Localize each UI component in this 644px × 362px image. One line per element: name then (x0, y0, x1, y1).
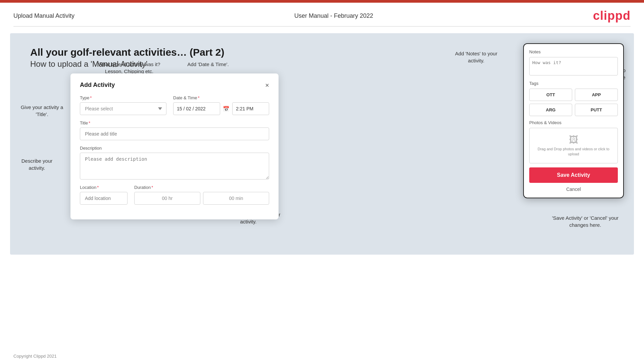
description-textarea[interactable] (80, 153, 269, 179)
annotation-description: Describe your activity. (17, 157, 57, 171)
tag-app[interactable]: APP (575, 89, 618, 101)
header-divider (13, 26, 631, 27)
tag-ott[interactable]: OTT (529, 89, 572, 101)
title-input[interactable] (80, 127, 269, 140)
calendar-icon[interactable]: 📅 (223, 106, 230, 112)
header-center: User Manual - February 2022 (294, 12, 373, 19)
duration-label: Duration* (134, 185, 269, 190)
add-activity-dialog: Add Activity × Type* Please select Date … (70, 73, 279, 219)
dialog-title: Add Activity (80, 82, 115, 89)
header: Upload Manual Activity User Manual - Feb… (0, 3, 644, 26)
type-label: Type* (80, 95, 166, 100)
main-content: All your golf-relevant activities… (Part… (10, 33, 634, 255)
annotation-datetime: Add 'Date & Time'. (175, 61, 242, 68)
type-datetime-row: Type* Please select Date & Time* 📅 (80, 95, 269, 115)
duration-hr-input[interactable] (134, 192, 200, 205)
photos-label: Photos & Videos (529, 120, 618, 125)
location-group: Location* (80, 185, 128, 205)
notes-textarea[interactable] (529, 57, 618, 75)
date-time-inputs: 📅 (173, 102, 269, 115)
cancel-button[interactable]: Cancel (529, 187, 618, 192)
date-input[interactable] (173, 102, 220, 115)
location-input[interactable] (80, 192, 128, 205)
annotation-title: Give your activity a 'Title'. (20, 104, 64, 118)
annotation-notes: Add 'Notes' to your activity. (449, 50, 503, 64)
footer: Copyright Clippd 2021 (13, 354, 57, 359)
location-label: Location* (80, 185, 128, 190)
time-input[interactable] (232, 102, 269, 115)
duration-min-input[interactable] (203, 192, 269, 205)
notes-label: Notes (529, 49, 618, 54)
duration-group: Duration* (134, 185, 269, 205)
tag-arg[interactable]: ARG (529, 104, 572, 116)
photos-text: Drag and Drop photos and videos or click… (536, 147, 611, 157)
photos-drop-zone[interactable]: 🖼 Drag and Drop photos and videos or cli… (529, 128, 618, 163)
top-bar (0, 0, 644, 3)
description-group: Description (80, 146, 269, 179)
mobile-inner: Notes Tags OTT APP ARG PUTT Photos & Vid… (524, 44, 623, 198)
tags-label: Tags (529, 81, 618, 86)
description-label: Description (80, 146, 269, 151)
type-select[interactable]: Please select (80, 102, 166, 115)
save-activity-button[interactable]: Save Activity (529, 167, 618, 183)
title-group: Title* (80, 120, 269, 140)
annotation-type: What type of activity was it? Lesson, Ch… (96, 61, 163, 75)
upload-icon: 🖼 (536, 134, 611, 145)
datetime-label: Date & Time* (173, 95, 269, 100)
datetime-group: Date & Time* 📅 (173, 95, 269, 115)
type-group: Type* Please select (80, 95, 166, 115)
mobile-preview-panel: Notes Tags OTT APP ARG PUTT Photos & Vid… (523, 43, 624, 198)
duration-inputs (134, 192, 269, 205)
dialog-header: Add Activity × (80, 82, 269, 89)
header-left: Upload Manual Activity (13, 12, 75, 19)
title-label: Title* (80, 120, 269, 125)
logo-area: clippd (593, 9, 631, 23)
tags-grid: OTT APP ARG PUTT (529, 89, 618, 116)
tag-putt[interactable]: PUTT (575, 104, 618, 116)
dialog-close-button[interactable]: × (265, 82, 269, 89)
logo: clippd (593, 9, 631, 22)
location-duration-row: Location* Duration* (80, 185, 269, 205)
annotation-save: 'Save Activity' or 'Cancel' your changes… (543, 214, 627, 228)
